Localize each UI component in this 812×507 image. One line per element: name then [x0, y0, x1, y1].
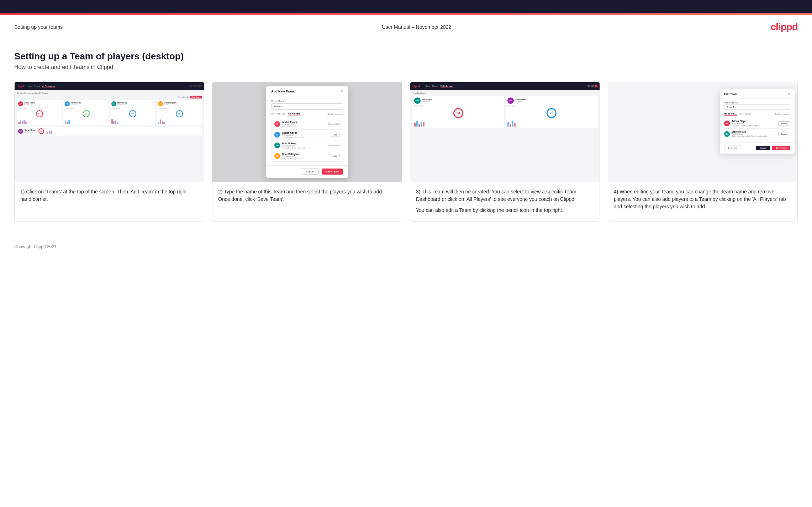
ss3-card-1: BM Blair McHarg Plus Handicap Player Qua… — [412, 96, 504, 128]
dialog-cancel-button[interactable]: Cancel — [302, 169, 319, 175]
edit-dialog-close-icon[interactable]: ✕ — [787, 92, 790, 96]
edit-dialog-body: Team Name * Team A My Team (2) All Playe… — [720, 98, 795, 142]
ss3-body: Team Dashboard BM Blair McHarg Plus Hand… — [410, 90, 600, 130]
screenshot-4: Edit Team ✕ Team Name * Team A My Team (… — [608, 82, 797, 182]
ss1-sub-4: The Shire — [164, 104, 176, 106]
dp-info-4: Dave Billingham 1-5 Handicap The Ding Ma… — [282, 153, 329, 160]
ep-info-1: Adrian Player Plus Handicap The Shire Lo… — [732, 120, 776, 127]
ss3-myperformance: My Performance — [441, 85, 454, 87]
ss1-avatar-5: RB — [18, 129, 23, 134]
dialog-team-name-label: Team Name * — [271, 100, 343, 102]
ep-remove-btn-1[interactable]: Remove — [778, 121, 790, 126]
edit-team-dialog: Edit Team ✕ Team Name * Team A My Team (… — [720, 89, 795, 154]
edit-dialog-footer: 🗑 Delete Cancel Save Team — [720, 142, 795, 154]
ss3-players: Players — [432, 85, 438, 87]
ss3-logo: clippd — [412, 85, 420, 87]
ss1-sub-5: Plus Handicap — [25, 132, 36, 133]
ep-club-1: The Shire London, United Kingdom — [732, 124, 776, 127]
ss3-avatar-2: RB — [507, 97, 514, 104]
ss1-nav-home: Home — [27, 85, 32, 87]
filter-checkbox-icon — [327, 113, 329, 115]
screenshot-2: Add New Team ✕ Team Name * Team A My Tea… — [212, 82, 402, 182]
ss1-score-4: 78 — [176, 110, 183, 117]
edit-delete-button[interactable]: 🗑 Delete — [724, 145, 740, 150]
ss1-sub-3: The Shire London — [117, 104, 127, 106]
ss3-pencil-icon[interactable] — [595, 85, 597, 87]
ss1-score-3: 94 — [129, 110, 136, 117]
ss1-section-title: Showing 5 of 4 players from All Players — [17, 92, 202, 94]
edit-team-name-input[interactable]: Team A — [724, 105, 790, 110]
ep-name-2: Blair McHarg — [732, 130, 776, 133]
dp-club-1: The Shire London — [282, 126, 326, 128]
ep-avatar-1: AP — [724, 121, 730, 126]
ss3-two-col: BM Blair McHarg Plus Handicap Player Qua… — [412, 96, 597, 128]
ss3-name-1: Blair McHarg — [422, 99, 432, 101]
dp-add-btn-4[interactable]: Add — [331, 154, 340, 158]
ss1-body: Showing 5 of 4 players from All Players … — [15, 90, 204, 182]
dialog-add-team: Add New Team ✕ Team Name * Team A My Tea… — [266, 86, 348, 178]
edit-cancel-button[interactable]: Cancel — [756, 146, 770, 150]
dp-add-btn-2[interactable]: Add — [331, 133, 340, 137]
card-1-text: 1) Click on 'Teams' at the top of the sc… — [15, 182, 204, 221]
ss3-player-top-1: BM Blair McHarg Plus Handicap — [414, 97, 502, 104]
ep-club-2: Royal North Devon Golf Club, United King… — [732, 135, 776, 137]
ss1-name-2: Adrian Coliba — [71, 102, 81, 104]
ss3-quality-label-1: Player Quality — [414, 105, 502, 107]
dialog-tab-allplayers[interactable]: All Players — [288, 112, 301, 116]
dialog-team-name-input[interactable]: Team A — [271, 103, 343, 110]
ep-remove-btn-2[interactable]: Remove — [778, 132, 790, 136]
card-2-description: 2) Type the name of this Team and then s… — [218, 189, 383, 202]
ss1-player-4: DB Dave Billingham The Shire Player Qual… — [157, 100, 202, 126]
dialog-player-1: AP Adrian Player Plus Handicap The Shire… — [271, 119, 343, 130]
header-logo: clippd — [771, 21, 798, 33]
ss1-avatar-2: AD — [65, 101, 70, 106]
ss1-bars-1 — [18, 118, 60, 124]
ss3-card-2: RB Richard Butler Plus Handicap Player Q… — [506, 96, 597, 128]
dialog-save-button[interactable]: Save Team — [322, 169, 343, 175]
dp-name-2: Adrian Coliba — [282, 132, 329, 134]
ss1-score-1: 84 — [36, 110, 43, 117]
ss3-name-2: Richard Butler — [515, 99, 526, 101]
dp-club-2: Central London Golf Centre — [282, 136, 329, 138]
footer-copyright: Copyright Clippd 2021 — [14, 244, 57, 249]
dialog-player-3: BM Blair McHarg Plus Handicap Royal Nort… — [271, 140, 343, 151]
ss3-bars-1 — [414, 119, 502, 127]
dialog-filter: Filter by name — [327, 113, 343, 115]
card-4: Edit Team ✕ Team Name * Team A My Team (… — [608, 82, 798, 222]
ss1-avatar-1: AP — [18, 101, 23, 106]
ss1-avatar-3: BM — [111, 101, 116, 106]
ss1-nav-myteams: My Performance — [42, 85, 55, 87]
card-3: clippd Home Players My Performance Team … — [410, 82, 600, 222]
dialog-player-list: AP Adrian Player Plus Handicap The Shire… — [271, 119, 343, 162]
edit-tab-myteam[interactable]: My Team (2) — [724, 112, 737, 116]
card-4-text: 4) When editing your Team, you can chang… — [608, 182, 797, 221]
dialog-close-icon[interactable]: ✕ — [340, 90, 343, 93]
dp-avatar-3: BM — [274, 143, 280, 148]
ss3-icon-1 — [587, 85, 590, 87]
dp-avatar-4: DB — [274, 153, 280, 159]
ss1-sub-2: 1-5 Handicap — [71, 104, 81, 106]
card-2: Add New Team ✕ Team Name * Team A My Tea… — [212, 82, 402, 222]
ss1-players-grid: AP Adrian Collins Plus Handicap Player Q… — [17, 100, 202, 126]
edit-tab-allplayers[interactable]: All Players — [740, 113, 751, 116]
ss1-player-2: AD Adrian Coliba 1-5 Handicap Player Qua… — [63, 100, 109, 126]
ss3-nav: clippd Home Players My Performance — [410, 82, 600, 90]
ss1-nav: clippd Home Players My Performance — [15, 82, 204, 90]
card-2-text: 2) Type the name of this Team and then s… — [212, 182, 402, 221]
dialog-body: Team Name * Team A My Team (2) All Playe… — [266, 96, 348, 165]
dialog-tab-myteam[interactable]: My Team (2) — [271, 112, 285, 116]
ss1-sub-1: Plus Handicap — [24, 104, 35, 106]
card-3-desc-2: You can also edit a Team by clicking the… — [416, 207, 594, 214]
ss1-score-5: 72 — [38, 128, 44, 134]
card-1-description: 1) Click on 'Teams' at the top of the sc… — [20, 189, 187, 202]
dialog-player-4: DB Dave Billingham 1-5 Handicap The Ding… — [271, 151, 343, 161]
ep-info-2: Blair McHarg Plus Handicap Royal North D… — [732, 130, 776, 137]
ss1-name-3: Blair McHarg — [117, 102, 127, 104]
card-1: clippd Home Players My Performance Showi… — [14, 82, 204, 222]
edit-tabs: My Team (2) All Players Filter by name — [724, 112, 790, 116]
dp-avatar-1: AP — [274, 121, 280, 127]
edit-save-button[interactable]: Save Team — [772, 146, 790, 150]
ss1-player-1: AP Adrian Collins Plus Handicap Player Q… — [17, 100, 62, 126]
ss1-nav-items: Home Players My Performance — [27, 85, 55, 87]
ss1-bars-2 — [65, 118, 107, 124]
